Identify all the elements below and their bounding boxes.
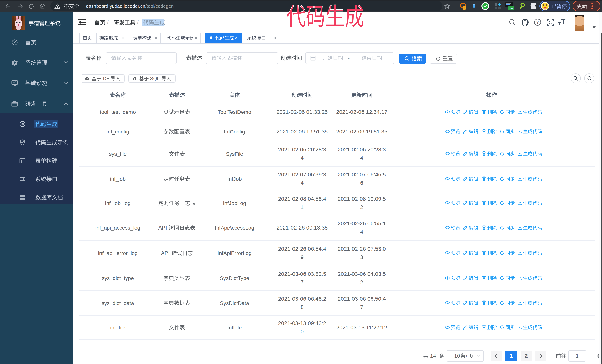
svg-text:on: on	[510, 7, 513, 10]
svg-text:?: ?	[537, 20, 539, 24]
svg-text:1: 1	[463, 6, 465, 9]
